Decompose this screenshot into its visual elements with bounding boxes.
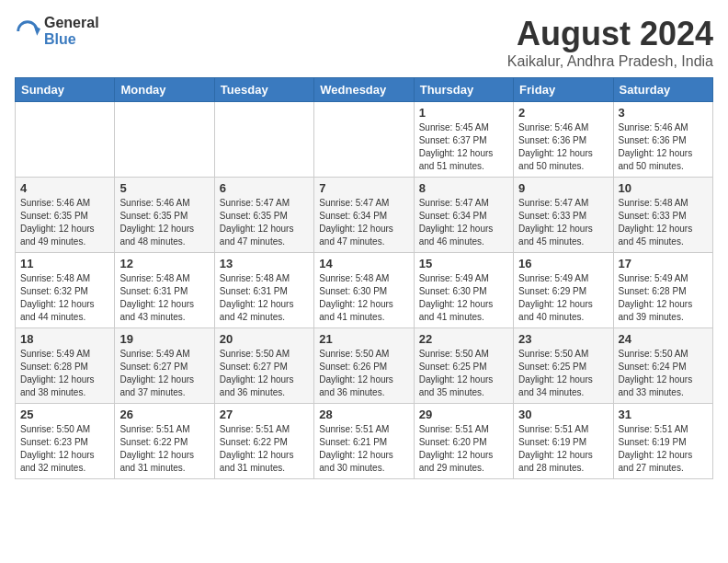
calendar-cell: 2Sunrise: 5:46 AM Sunset: 6:36 PM Daylig… bbox=[514, 102, 613, 178]
day-number: 20 bbox=[220, 332, 309, 346]
day-info: Sunrise: 5:48 AM Sunset: 6:32 PM Dayligh… bbox=[20, 272, 109, 324]
day-info: Sunrise: 5:51 AM Sunset: 6:22 PM Dayligh… bbox=[119, 423, 209, 475]
day-info: Sunrise: 5:49 AM Sunset: 6:29 PM Dayligh… bbox=[518, 272, 608, 324]
calendar-cell: 20Sunrise: 5:50 AM Sunset: 6:27 PM Dayli… bbox=[214, 328, 313, 404]
weekday-sunday: Sunday bbox=[16, 78, 115, 102]
calendar-cell: 27Sunrise: 5:51 AM Sunset: 6:22 PM Dayli… bbox=[214, 404, 313, 479]
calendar-cell: 16Sunrise: 5:49 AM Sunset: 6:29 PM Dayli… bbox=[514, 253, 613, 328]
calendar-cell bbox=[314, 102, 414, 178]
day-info: Sunrise: 5:47 AM Sunset: 6:33 PM Dayligh… bbox=[518, 197, 608, 248]
logo-blue: Blue bbox=[44, 31, 99, 48]
day-number: 7 bbox=[319, 181, 408, 195]
day-number: 11 bbox=[20, 257, 109, 270]
day-info: Sunrise: 5:50 AM Sunset: 6:25 PM Dayligh… bbox=[518, 348, 608, 399]
day-info: Sunrise: 5:51 AM Sunset: 6:19 PM Dayligh… bbox=[518, 423, 608, 475]
day-number: 6 bbox=[220, 181, 309, 195]
day-number: 18 bbox=[20, 332, 109, 346]
day-number: 16 bbox=[518, 257, 608, 270]
title-block: August 2024 Kaikalur, Andhra Pradesh, In… bbox=[507, 15, 713, 70]
weekday-friday: Friday bbox=[514, 78, 613, 102]
day-info: Sunrise: 5:50 AM Sunset: 6:27 PM Dayligh… bbox=[220, 348, 309, 399]
logo-general: General bbox=[44, 15, 99, 31]
day-number: 23 bbox=[518, 332, 608, 346]
day-info: Sunrise: 5:51 AM Sunset: 6:21 PM Dayligh… bbox=[319, 423, 408, 475]
weekday-wednesday: Wednesday bbox=[314, 78, 414, 102]
weekday-header-row: SundayMondayTuesdayWednesdayThursdayFrid… bbox=[16, 78, 713, 102]
week-row-5: 25Sunrise: 5:50 AM Sunset: 6:23 PM Dayli… bbox=[16, 404, 713, 479]
weekday-thursday: Thursday bbox=[414, 78, 513, 102]
weekday-monday: Monday bbox=[115, 78, 214, 102]
calendar-cell: 12Sunrise: 5:48 AM Sunset: 6:31 PM Dayli… bbox=[115, 253, 214, 328]
calendar-cell: 19Sunrise: 5:49 AM Sunset: 6:27 PM Dayli… bbox=[115, 328, 214, 404]
calendar-cell: 29Sunrise: 5:51 AM Sunset: 6:20 PM Dayli… bbox=[414, 404, 513, 479]
day-info: Sunrise: 5:51 AM Sunset: 6:19 PM Dayligh… bbox=[619, 423, 708, 475]
day-info: Sunrise: 5:48 AM Sunset: 6:31 PM Dayligh… bbox=[220, 272, 309, 324]
day-info: Sunrise: 5:49 AM Sunset: 6:28 PM Dayligh… bbox=[20, 348, 109, 399]
day-info: Sunrise: 5:50 AM Sunset: 6:24 PM Dayligh… bbox=[619, 348, 708, 399]
calendar-cell: 9Sunrise: 5:47 AM Sunset: 6:33 PM Daylig… bbox=[514, 178, 613, 253]
logo[interactable]: General Blue bbox=[15, 15, 99, 47]
day-number: 15 bbox=[419, 257, 508, 270]
day-number: 12 bbox=[119, 257, 209, 270]
calendar-cell: 15Sunrise: 5:49 AM Sunset: 6:30 PM Dayli… bbox=[414, 253, 513, 328]
day-info: Sunrise: 5:45 AM Sunset: 6:37 PM Dayligh… bbox=[419, 121, 508, 173]
day-number: 25 bbox=[20, 408, 109, 421]
day-info: Sunrise: 5:46 AM Sunset: 6:35 PM Dayligh… bbox=[20, 197, 109, 248]
day-number: 26 bbox=[119, 408, 209, 421]
week-row-2: 4Sunrise: 5:46 AM Sunset: 6:35 PM Daylig… bbox=[16, 178, 713, 253]
calendar-cell: 10Sunrise: 5:48 AM Sunset: 6:33 PM Dayli… bbox=[613, 178, 712, 253]
day-number: 24 bbox=[619, 332, 708, 346]
page-header: General Blue August 2024 Kaikalur, Andhr… bbox=[15, 15, 713, 70]
calendar-cell bbox=[214, 102, 313, 178]
day-info: Sunrise: 5:48 AM Sunset: 6:31 PM Dayligh… bbox=[119, 272, 209, 324]
day-number: 17 bbox=[619, 257, 708, 270]
day-number: 4 bbox=[20, 181, 109, 195]
calendar-cell: 23Sunrise: 5:50 AM Sunset: 6:25 PM Dayli… bbox=[514, 328, 613, 404]
day-info: Sunrise: 5:50 AM Sunset: 6:26 PM Dayligh… bbox=[319, 348, 408, 399]
day-number: 9 bbox=[518, 181, 608, 195]
day-info: Sunrise: 5:51 AM Sunset: 6:20 PM Dayligh… bbox=[419, 423, 508, 475]
calendar-body: 1Sunrise: 5:45 AM Sunset: 6:37 PM Daylig… bbox=[16, 102, 713, 479]
day-number: 27 bbox=[220, 408, 309, 421]
day-number: 1 bbox=[419, 106, 508, 120]
day-number: 13 bbox=[220, 257, 309, 270]
day-number: 14 bbox=[319, 257, 408, 270]
weekday-tuesday: Tuesday bbox=[214, 78, 313, 102]
day-number: 5 bbox=[119, 181, 209, 195]
calendar-cell: 25Sunrise: 5:50 AM Sunset: 6:23 PM Dayli… bbox=[16, 404, 115, 479]
calendar-cell: 7Sunrise: 5:47 AM Sunset: 6:34 PM Daylig… bbox=[314, 178, 414, 253]
day-info: Sunrise: 5:48 AM Sunset: 6:30 PM Dayligh… bbox=[319, 272, 408, 324]
calendar-cell: 18Sunrise: 5:49 AM Sunset: 6:28 PM Dayli… bbox=[16, 328, 115, 404]
day-info: Sunrise: 5:50 AM Sunset: 6:23 PM Dayligh… bbox=[20, 423, 109, 475]
week-row-4: 18Sunrise: 5:49 AM Sunset: 6:28 PM Dayli… bbox=[16, 328, 713, 404]
day-number: 28 bbox=[319, 408, 408, 421]
calendar-cell: 3Sunrise: 5:46 AM Sunset: 6:36 PM Daylig… bbox=[613, 102, 712, 178]
calendar-cell: 11Sunrise: 5:48 AM Sunset: 6:32 PM Dayli… bbox=[16, 253, 115, 328]
calendar-cell: 24Sunrise: 5:50 AM Sunset: 6:24 PM Dayli… bbox=[613, 328, 712, 404]
calendar-cell: 28Sunrise: 5:51 AM Sunset: 6:21 PM Dayli… bbox=[314, 404, 414, 479]
month-title: August 2024 bbox=[507, 15, 713, 53]
calendar-cell: 5Sunrise: 5:46 AM Sunset: 6:35 PM Daylig… bbox=[115, 178, 214, 253]
day-number: 21 bbox=[319, 332, 408, 346]
calendar-cell: 13Sunrise: 5:48 AM Sunset: 6:31 PM Dayli… bbox=[214, 253, 313, 328]
day-info: Sunrise: 5:47 AM Sunset: 6:34 PM Dayligh… bbox=[419, 197, 508, 248]
calendar-cell: 17Sunrise: 5:49 AM Sunset: 6:28 PM Dayli… bbox=[613, 253, 712, 328]
weekday-saturday: Saturday bbox=[613, 78, 712, 102]
day-info: Sunrise: 5:49 AM Sunset: 6:28 PM Dayligh… bbox=[619, 272, 708, 324]
day-number: 2 bbox=[518, 106, 608, 120]
calendar-cell bbox=[115, 102, 214, 178]
day-info: Sunrise: 5:46 AM Sunset: 6:35 PM Dayligh… bbox=[119, 197, 209, 248]
day-info: Sunrise: 5:46 AM Sunset: 6:36 PM Dayligh… bbox=[518, 121, 608, 173]
calendar-cell: 8Sunrise: 5:47 AM Sunset: 6:34 PM Daylig… bbox=[414, 178, 513, 253]
calendar-cell: 22Sunrise: 5:50 AM Sunset: 6:25 PM Dayli… bbox=[414, 328, 513, 404]
day-info: Sunrise: 5:46 AM Sunset: 6:36 PM Dayligh… bbox=[619, 121, 708, 173]
day-number: 22 bbox=[419, 332, 508, 346]
calendar-cell: 26Sunrise: 5:51 AM Sunset: 6:22 PM Dayli… bbox=[115, 404, 214, 479]
day-number: 29 bbox=[419, 408, 508, 421]
week-row-3: 11Sunrise: 5:48 AM Sunset: 6:32 PM Dayli… bbox=[16, 253, 713, 328]
day-info: Sunrise: 5:50 AM Sunset: 6:25 PM Dayligh… bbox=[419, 348, 508, 399]
calendar-cell: 4Sunrise: 5:46 AM Sunset: 6:35 PM Daylig… bbox=[16, 178, 115, 253]
day-number: 8 bbox=[419, 181, 508, 195]
day-number: 31 bbox=[619, 408, 708, 421]
calendar-cell: 21Sunrise: 5:50 AM Sunset: 6:26 PM Dayli… bbox=[314, 328, 414, 404]
